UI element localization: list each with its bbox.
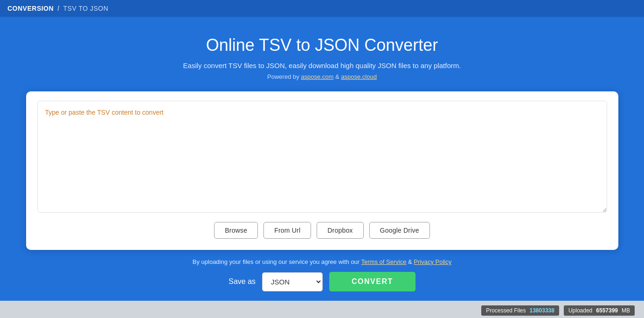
converter-card: Browse From Url Dropbox Google Drive bbox=[26, 91, 618, 250]
privacy-policy-link[interactable]: Privacy Policy bbox=[414, 258, 451, 265]
processed-files-label: Processed Files bbox=[486, 307, 526, 314]
uploaded-unit: MB bbox=[622, 307, 630, 314]
uploaded-label: Uploaded bbox=[568, 307, 592, 314]
powered-by: Powered by aspose.com & aspose.cloud bbox=[267, 73, 377, 80]
main-content: Online TSV to JSON Converter Easily conv… bbox=[0, 17, 644, 301]
browse-button[interactable]: Browse bbox=[214, 222, 258, 239]
breadcrumb-separator: / bbox=[57, 5, 59, 12]
save-row: Save as JSON CSV XML HTML XLSX CONVERT bbox=[229, 272, 415, 291]
uploaded-value: 6557399 bbox=[596, 307, 618, 314]
uploaded-stat: Uploaded 6557399 MB bbox=[564, 305, 635, 316]
powered-by-amp: & bbox=[335, 73, 341, 80]
aspose-com-link[interactable]: aspose.com bbox=[301, 73, 333, 80]
format-select[interactable]: JSON CSV XML HTML XLSX bbox=[262, 272, 323, 291]
textarea-wrapper bbox=[37, 101, 607, 214]
terms-amp: & bbox=[408, 258, 414, 265]
page-title: Online TSV to JSON Converter bbox=[206, 35, 438, 55]
aspose-cloud-link[interactable]: aspose.cloud bbox=[341, 73, 377, 80]
terms-of-service-link[interactable]: Terms of Service bbox=[361, 258, 407, 265]
convert-button[interactable]: CONVERT bbox=[329, 272, 415, 291]
breadcrumb-main[interactable]: CONVERSION bbox=[7, 5, 54, 12]
google-drive-button[interactable]: Google Drive bbox=[369, 222, 430, 239]
powered-by-prefix: Powered by bbox=[267, 73, 301, 80]
subtitle: Easily convert TSV files to JSON, easily… bbox=[183, 62, 461, 69]
tsv-content-input[interactable] bbox=[37, 101, 607, 213]
file-button-row: Browse From Url Dropbox Google Drive bbox=[37, 222, 607, 239]
terms-text: By uploading your files or using our ser… bbox=[193, 258, 451, 265]
processed-files-stat: Processed Files 13803338 bbox=[481, 305, 559, 316]
terms-prefix: By uploading your files or using our ser… bbox=[193, 258, 361, 265]
breadcrumb-sub: TSV TO JSON bbox=[63, 5, 109, 12]
dropbox-button[interactable]: Dropbox bbox=[317, 222, 363, 239]
footer-bar: Processed Files 13803338 Uploaded 655739… bbox=[0, 301, 644, 318]
processed-files-value: 13803338 bbox=[530, 307, 554, 314]
below-card: By uploading your files or using our ser… bbox=[26, 258, 618, 291]
breadcrumb: CONVERSION / TSV TO JSON bbox=[7, 5, 108, 12]
top-bar: CONVERSION / TSV TO JSON bbox=[0, 0, 644, 17]
from-url-button[interactable]: From Url bbox=[263, 222, 311, 239]
save-as-label: Save as bbox=[229, 277, 256, 286]
